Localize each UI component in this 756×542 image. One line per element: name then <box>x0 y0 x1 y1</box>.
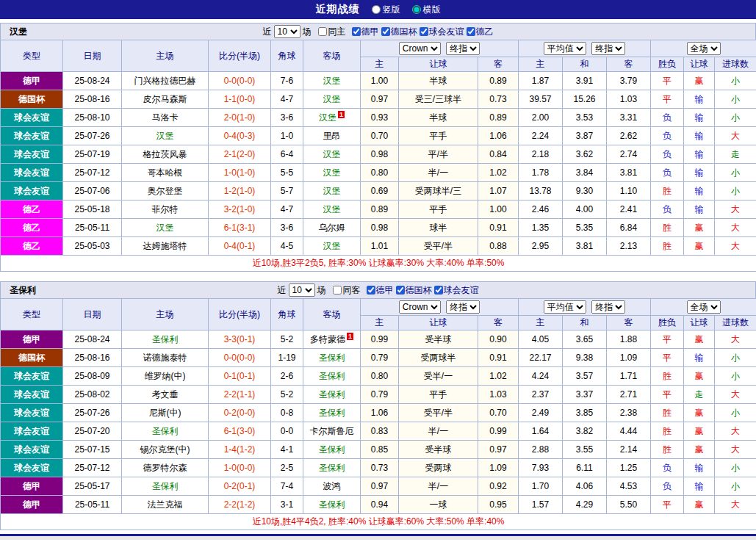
league-filter-option[interactable]: 德甲 <box>352 26 379 38</box>
final-odds-select-1[interactable]: 终指 <box>446 300 480 314</box>
team-link[interactable]: 圣保利 <box>319 499 345 510</box>
league-label: 德乙 <box>476 26 494 38</box>
avg-draw-odds: 6.11 <box>563 459 607 477</box>
team-link[interactable]: 考文垂 <box>152 389 179 400</box>
team-link[interactable]: 圣保利 <box>319 463 345 473</box>
team-link[interactable]: 汉堡 <box>323 149 341 159</box>
league-checkbox[interactable] <box>467 27 475 36</box>
score-cell: 0-4(0-3) <box>209 127 271 145</box>
away-team: 汉堡1 <box>303 109 361 127</box>
league-checkbox[interactable] <box>352 27 361 36</box>
average-select[interactable]: 平均值 <box>544 300 586 314</box>
wdl-result: 胜 <box>651 404 684 422</box>
bookmaker-select[interactable]: Crown <box>399 300 441 314</box>
team-link[interactable]: 诺德施泰特 <box>143 353 187 363</box>
team-link[interactable]: 汉堡 <box>323 167 341 178</box>
league-filter-option[interactable]: 德国杯 <box>396 284 432 297</box>
layout-vertical-option[interactable]: 竖版 <box>372 4 400 16</box>
match-count-select[interactable]: 10 <box>289 283 315 297</box>
team-link[interactable]: 圣保利 <box>152 481 179 491</box>
league-type-badge: 球会友谊 <box>1 441 63 459</box>
final-odds-select-2[interactable]: 终指 <box>591 42 625 55</box>
team-link[interactable]: 维罗纳(中) <box>145 371 186 381</box>
avg-home-odds: 1.64 <box>519 422 563 441</box>
league-checkbox[interactable] <box>367 286 375 295</box>
team-link[interactable]: 皮尔马森斯 <box>143 94 187 104</box>
goals-result: 小 <box>715 182 756 200</box>
team-link[interactable]: 波鸿 <box>323 481 341 491</box>
score-cell: 6-1(3-0) <box>209 422 271 441</box>
team-link[interactable]: 尼斯(中) <box>149 408 181 418</box>
team-link[interactable]: 圣保利 <box>319 371 345 381</box>
team-link[interactable]: 门兴格拉德巴赫 <box>134 76 196 86</box>
home-odds: 0.89 <box>361 200 399 219</box>
full-match-select[interactable]: 全场 <box>687 300 721 314</box>
league-filter-group: 德甲德国杯球会友谊 <box>364 284 479 297</box>
final-odds-select-2[interactable]: 终指 <box>591 300 625 314</box>
league-filter-option[interactable]: 德乙 <box>467 26 494 38</box>
horizontal-radio[interactable] <box>412 5 421 14</box>
final-odds-select-1[interactable]: 终指 <box>446 42 480 55</box>
team-link[interactable]: 多特蒙德 <box>310 334 345 344</box>
team-link[interactable]: 菲尔特 <box>152 204 179 214</box>
team-link[interactable]: 乌尔姆 <box>319 223 345 233</box>
match-row: 球会友谊25-08-09维罗纳(中)0-1(0-1)2-6圣保利0.80受半/一… <box>1 367 756 386</box>
team-link[interactable]: 汉堡 <box>156 131 174 141</box>
match-count-select[interactable]: 10 <box>274 25 300 38</box>
away-team: 汉堡 <box>303 72 361 90</box>
same-venue-filter[interactable]: 同主 <box>318 26 346 38</box>
avg-home-odds: 2.49 <box>519 404 563 422</box>
team-link[interactable]: 圣保利 <box>319 444 345 455</box>
same-venue-checkbox[interactable] <box>318 27 327 36</box>
away-odds: 0.89 <box>478 72 519 90</box>
league-filter-option[interactable]: 球会友谊 <box>420 26 464 38</box>
league-filter-option[interactable]: 德国杯 <box>381 26 417 38</box>
team-link[interactable]: 法兰克福 <box>148 499 183 510</box>
team-link[interactable]: 格拉茨风暴 <box>143 149 187 159</box>
team-link[interactable]: 汉堡 <box>319 112 336 123</box>
league-checkbox[interactable] <box>381 27 390 36</box>
league-checkbox[interactable] <box>434 286 443 295</box>
team-link[interactable]: 奥尔登堡 <box>148 186 183 196</box>
away-team: 圣保利 <box>303 459 361 477</box>
team-link[interactable]: 汉堡 <box>323 186 341 196</box>
team-link[interactable]: 圣保利 <box>319 389 345 400</box>
league-label: 球会友谊 <box>444 284 479 297</box>
team-link[interactable]: 哥本哈根 <box>148 167 183 178</box>
away-odds: 1.07 <box>478 182 519 200</box>
team-link[interactable]: 圣保利 <box>152 426 179 436</box>
team-link[interactable]: 汉堡 <box>323 94 341 104</box>
same-venue-filter[interactable]: 同客 <box>333 284 361 297</box>
match-date: 25-08-09 <box>63 367 122 386</box>
team-link[interactable]: 圣保利 <box>319 353 345 363</box>
handicap-line: 受半球 <box>399 330 478 349</box>
team-link[interactable]: 汉堡 <box>323 204 341 214</box>
team-link[interactable]: 卡尔斯鲁厄 <box>310 426 354 436</box>
team-link[interactable]: 德罗特尔森 <box>143 463 187 473</box>
full-match-select[interactable]: 全场 <box>687 42 721 55</box>
league-filter-option[interactable]: 球会友谊 <box>434 284 479 297</box>
league-type-badge: 球会友谊 <box>1 459 63 477</box>
col-score: 比分(半场) <box>209 299 271 330</box>
corner-cell: 3-1 <box>271 496 303 514</box>
bottom-strip <box>0 536 756 540</box>
team-link[interactable]: 锡尔克堡(中) <box>140 444 190 455</box>
average-select[interactable]: 平均值 <box>544 42 586 55</box>
layout-horizontal-option[interactable]: 横版 <box>412 4 441 16</box>
team-link[interactable]: 汉堡 <box>323 241 341 251</box>
team-link[interactable]: 圣保利 <box>152 334 179 344</box>
team-link[interactable]: 马洛卡 <box>152 112 179 123</box>
same-venue-checkbox[interactable] <box>333 286 342 295</box>
team-link[interactable]: 圣保利 <box>319 408 345 418</box>
col-wdl: 胜负 <box>651 57 684 72</box>
team-link[interactable]: 达姆施塔特 <box>143 241 187 251</box>
team-link[interactable]: 汉堡 <box>156 223 174 233</box>
away-team: 圣保利 <box>303 404 361 422</box>
league-filter-option[interactable]: 德甲 <box>367 284 394 297</box>
team-link[interactable]: 里昂 <box>323 131 341 141</box>
league-checkbox[interactable] <box>396 286 405 295</box>
league-checkbox[interactable] <box>420 27 428 36</box>
vertical-radio[interactable] <box>372 5 381 14</box>
bookmaker-select[interactable]: Crown <box>399 42 441 55</box>
team-link[interactable]: 汉堡 <box>323 76 341 86</box>
